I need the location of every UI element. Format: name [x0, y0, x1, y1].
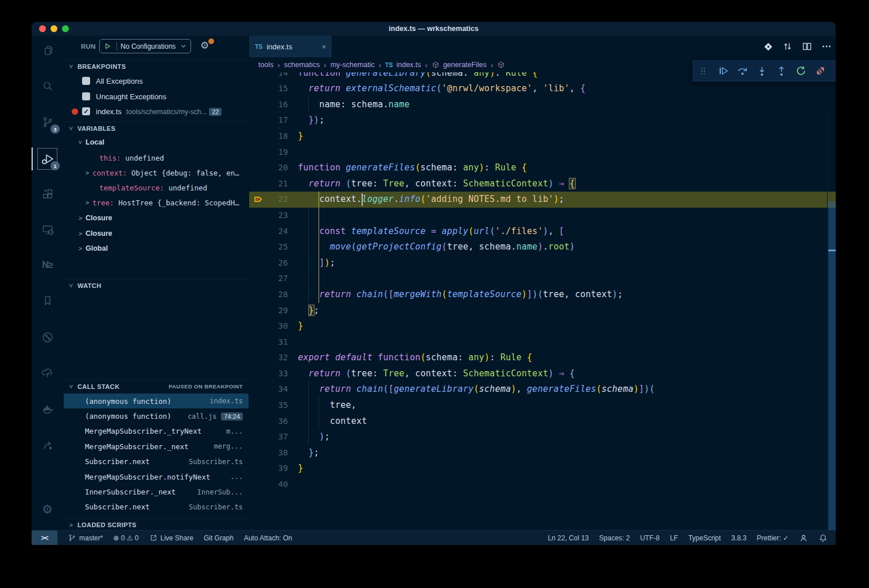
statusbar-live-share[interactable]: Live Share — [149, 534, 193, 542]
minimize-window-button[interactable] — [51, 25, 57, 32]
breadcrumb-item[interactable]: tools — [258, 61, 273, 69]
code-line-32[interactable]: 32export default function(schema: any): … — [249, 350, 836, 366]
code-line-22[interactable]: 22 context.logger.info('adding NOTES.md … — [249, 192, 836, 208]
variable-row[interactable]: >Closure — [64, 211, 249, 225]
activitybar-item-manage[interactable]: ⚙ — [32, 497, 63, 522]
line-number[interactable]: 29 — [249, 303, 288, 319]
statusbar-problems[interactable]: ⊗ 0 ⚠ 0 — [113, 534, 138, 542]
statusbar-language-mode[interactable]: TypeScript — [688, 534, 721, 542]
line-number[interactable]: 40 — [249, 477, 288, 493]
breakpoints-section-header[interactable]: >BREAKPOINTS — [64, 60, 249, 72]
activitybar-item-explorer[interactable] — [32, 38, 63, 63]
line-number[interactable]: 32 — [249, 350, 288, 366]
call-stack-frame[interactable]: Subscriber.nextSubscriber.ts — [64, 454, 249, 469]
breadcrumb-item[interactable]: TSindex.ts — [385, 61, 421, 69]
line-number[interactable]: 17 — [249, 112, 288, 128]
statusbar-cursor-position[interactable]: Ln 22, Col 13 — [548, 534, 588, 542]
statusbar-feedback[interactable] — [799, 534, 808, 543]
breakpoint-row[interactable]: Uncaught Exceptions — [64, 89, 249, 104]
call-stack-frame[interactable]: MergeMapSubscriber._tryNextm... — [64, 424, 249, 439]
breakpoint-row[interactable]: ✓index.tstools/schematics/my-sch... 22 — [64, 104, 249, 119]
more-actions-button[interactable] — [821, 41, 832, 52]
statusbar-notifications[interactable] — [818, 534, 828, 543]
statusbar-prettier[interactable]: Prettier: ✓ — [757, 534, 789, 542]
variable-row[interactable]: >tree: HostTree {_backend: ScopedH… — [64, 195, 249, 210]
activitybar-item-nx-console[interactable]: N≥ — [32, 252, 63, 278]
tab-index-ts[interactable]: TS index.ts × — [249, 36, 332, 57]
call-stack-section-header[interactable]: >CALL STACKPAUSED ON BREAKPOINT — [64, 380, 249, 392]
call-stack-frame[interactable]: Subscriber.nextSubscriber.ts — [64, 500, 249, 515]
breadcrumb-item[interactable]: schematics — [284, 61, 320, 69]
activitybar-item-remote-explorer[interactable] — [32, 217, 63, 242]
code-line-21[interactable]: 21 return (tree: Tree, context: Schemati… — [249, 176, 836, 192]
code-line-39[interactable]: 39} — [249, 461, 836, 477]
statusbar-auto-attach[interactable]: Auto Attach: On — [244, 534, 292, 542]
code-line-28[interactable]: 28 return chain([mergeWith(templateSourc… — [249, 287, 836, 303]
code-line-31[interactable]: 31 — [249, 334, 836, 351]
variable-row[interactable]: >context: Object {debug: false, en… — [64, 165, 249, 180]
code-line-35[interactable]: 35 tree, — [249, 398, 836, 414]
close-tab-icon[interactable]: × — [321, 42, 326, 51]
statusbar-git-branch[interactable]: master* — [68, 534, 103, 542]
line-number[interactable]: 24 — [249, 224, 288, 240]
line-number[interactable]: 34 — [249, 381, 288, 398]
code-editor[interactable]: 14function generateLibrary(schema: any):… — [249, 72, 836, 531]
code-line-34[interactable]: 34 return chain([generateLibrary(schema)… — [249, 381, 836, 398]
split-editor-button[interactable] — [801, 41, 813, 52]
statusbar-indentation[interactable]: Spaces: 2 — [599, 534, 630, 542]
breakpoint-checkbox[interactable]: ✓ — [82, 107, 90, 115]
code-line-26[interactable]: 26 ]); — [249, 255, 836, 271]
code-line-19[interactable]: 19 — [249, 145, 836, 161]
activitybar-item-bookmarks[interactable] — [32, 288, 63, 313]
step-out-button[interactable] — [771, 63, 791, 80]
call-stack-frame[interactable]: InnerSubscriber._nextInnerSub... — [64, 484, 249, 499]
variable-row[interactable]: >Closure — [64, 226, 249, 241]
call-stack-frame[interactable]: MergeMapSubscriber.notifyNext... — [64, 469, 249, 484]
line-number[interactable]: 36 — [249, 414, 288, 430]
line-number[interactable]: 16 — [249, 97, 288, 113]
breadcrumb-item[interactable] — [497, 61, 509, 69]
editor-scrollbar[interactable] — [827, 109, 836, 531]
activitybar-item-source-control[interactable]: 3 — [32, 110, 63, 135]
line-number[interactable]: 20 — [249, 160, 288, 176]
code-line-40[interactable]: 40 — [249, 477, 836, 493]
breakpoint-checkbox[interactable] — [82, 77, 90, 85]
code-line-20[interactable]: 20function generateFiles(schema: any): R… — [249, 160, 836, 176]
statusbar-git-graph[interactable]: Git Graph — [204, 534, 234, 542]
line-number[interactable]: 23 — [249, 208, 288, 224]
activitybar-item-share[interactable] — [32, 433, 63, 458]
breadcrumb-item[interactable]: my-schematic — [331, 61, 375, 69]
activitybar-item-search[interactable] — [32, 73, 63, 99]
drag-handle[interactable] — [693, 63, 713, 80]
activitybar-item-extensions[interactable] — [32, 181, 63, 207]
step-over-button[interactable] — [732, 63, 752, 80]
compare-changes-button[interactable] — [782, 41, 793, 52]
code-line-24[interactable]: 24 const templateSource = apply(url('./f… — [249, 224, 836, 240]
code-line-27[interactable]: 27 — [249, 271, 836, 287]
line-number[interactable]: 38 — [249, 445, 288, 461]
line-number[interactable]: 19 — [249, 145, 288, 161]
variable-row[interactable]: templateSource: undefined — [64, 180, 249, 195]
launch-configuration-dropdown[interactable]: No Configurations — [99, 39, 191, 53]
line-number[interactable]: 15 — [249, 81, 288, 97]
activitybar-item-docker[interactable] — [32, 396, 63, 422]
code-line-15[interactable]: 15 return externalSchematic('@nrwl/works… — [249, 81, 836, 97]
maximize-window-button[interactable] — [62, 25, 69, 32]
window-controls[interactable] — [39, 25, 69, 32]
variable-row[interactable]: >Local — [64, 135, 249, 150]
variable-row[interactable]: >Global — [64, 241, 249, 256]
code-line-36[interactable]: 36 context — [249, 414, 836, 430]
line-number[interactable]: 28 — [249, 287, 288, 303]
line-number[interactable]: 25 — [249, 239, 288, 255]
current-stack-frame-icon[interactable] — [254, 194, 263, 204]
breakpoint-row[interactable]: All Exceptions — [64, 73, 249, 88]
call-stack-frame[interactable]: (anonymous function)index.ts — [64, 394, 249, 408]
line-number[interactable]: 18 — [249, 128, 288, 145]
start-debug-icon[interactable] — [103, 42, 112, 50]
line-number[interactable]: 21 — [249, 176, 288, 192]
remote-indicator[interactable]: >< — [32, 531, 57, 545]
code-line-30[interactable]: 30} — [249, 318, 836, 334]
line-number[interactable]: 30 — [249, 318, 288, 334]
line-number[interactable]: 37 — [249, 429, 288, 445]
activitybar-item-run-and-debug[interactable]: 1 — [32, 146, 63, 172]
